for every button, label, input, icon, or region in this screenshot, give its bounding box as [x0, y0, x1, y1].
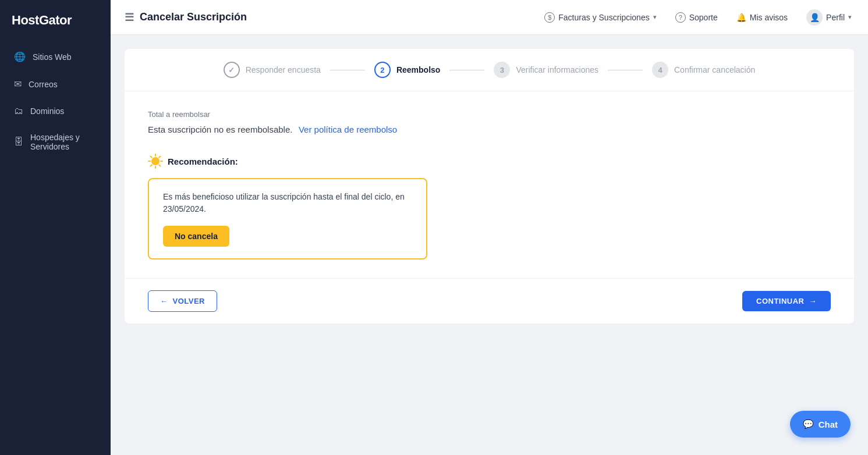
- no-cancel-button[interactable]: No cancela: [163, 226, 229, 247]
- folder-icon: 🗂: [14, 106, 23, 116]
- step-2: 2 Reembolso: [374, 62, 440, 78]
- svg-line-5: [151, 157, 152, 158]
- refund-policy-link[interactable]: Ver política de reembolso: [299, 125, 397, 134]
- sidebar-item-label: Hospedajes y Servidores: [30, 133, 97, 151]
- page-title-icon: ☰: [125, 11, 134, 24]
- step-3-label: Verificar informaciones: [516, 65, 598, 74]
- brand-logo: HostGator: [0, 0, 111, 44]
- page-title: Cancelar Suscripción: [140, 11, 247, 23]
- back-arrow-icon: ←: [160, 297, 168, 305]
- chat-button[interactable]: 💬 Chat: [790, 411, 851, 438]
- chat-icon: 💬: [803, 419, 814, 429]
- profile-chevron: ▾: [848, 13, 852, 21]
- sidebar-item-label: Sitios Web: [33, 52, 72, 62]
- svg-line-8: [151, 165, 152, 166]
- content-area: ✓ Responder encuesta 2 Reembolso 3 Verif…: [111, 35, 868, 455]
- steps-bar: ✓ Responder encuesta 2 Reembolso 3 Verif…: [125, 49, 854, 91]
- step-connector-3-4: [608, 70, 643, 70]
- bottom-actions: ← VOLVER CONTINUAR →: [125, 278, 854, 324]
- sun-icon-container: [148, 154, 163, 169]
- refund-section: Total a reembolsar Esta suscripción no e…: [125, 91, 854, 154]
- sidebar-item-label: Dominios: [30, 106, 64, 116]
- support-label: Soporte: [689, 13, 718, 22]
- step-2-circle: 2: [374, 62, 391, 78]
- step-4-label: Confirmar cancelación: [674, 65, 755, 74]
- continue-button[interactable]: CONTINUAR →: [742, 291, 831, 311]
- refund-non-refundable-text: Esta suscripción no es reembolsable.: [148, 125, 292, 134]
- step-1: ✓ Responder encuesta: [224, 62, 321, 78]
- support-icon: ?: [675, 12, 686, 23]
- sidebar-nav: 🌐 Sitios Web ✉ Correos 🗂 Dominios 🗄 Hosp…: [0, 44, 111, 158]
- svg-line-6: [159, 165, 160, 166]
- billing-menu[interactable]: $ Facturas y Suscripciones ▾: [542, 9, 658, 26]
- server-icon: 🗄: [14, 137, 23, 147]
- recommendation-header: Recomendación:: [148, 154, 831, 169]
- topnav-actions: $ Facturas y Suscripciones ▾ ? Soporte 🔔…: [542, 6, 854, 29]
- step-1-label: Responder encuesta: [246, 65, 321, 74]
- sidebar: HostGator 🌐 Sitios Web ✉ Correos 🗂 Domin…: [0, 0, 111, 455]
- step-3-circle: 3: [494, 62, 510, 78]
- chat-label: Chat: [819, 420, 838, 429]
- step-1-circle: ✓: [224, 62, 240, 78]
- step-connector-2-3: [449, 70, 484, 70]
- profile-menu[interactable]: 👤 Perfil ▾: [804, 6, 854, 29]
- step-4: 4 Confirmar cancelación: [652, 62, 755, 78]
- sidebar-item-correos[interactable]: ✉ Correos: [6, 72, 105, 97]
- bell-icon: 🔔: [736, 13, 746, 22]
- main-card: ✓ Responder encuesta 2 Reembolso 3 Verif…: [125, 49, 854, 324]
- globe-icon: 🌐: [14, 51, 26, 62]
- refund-section-title: Total a reembolsar: [148, 110, 831, 119]
- sidebar-item-sitios-web[interactable]: 🌐 Sitios Web: [6, 44, 105, 69]
- back-button-label: VOLVER: [173, 297, 206, 305]
- page-title-area: ☰ Cancelar Suscripción: [125, 11, 247, 24]
- step-connector-1-2: [330, 70, 365, 70]
- notifications-menu[interactable]: 🔔 Mis avisos: [734, 9, 790, 26]
- recommendation-section: Recomendación: Es más beneficioso utiliz…: [125, 154, 854, 278]
- step-4-circle: 4: [652, 62, 668, 78]
- billing-icon: $: [544, 12, 555, 23]
- billing-chevron: ▾: [653, 13, 657, 21]
- support-menu[interactable]: ? Soporte: [673, 9, 720, 26]
- continue-button-label: CONTINUAR: [756, 297, 805, 305]
- refund-row: Esta suscripción no es reembolsable. Ver…: [148, 125, 831, 135]
- main-area: ☰ Cancelar Suscripción $ Facturas y Susc…: [111, 0, 868, 455]
- notifications-label: Mis avisos: [750, 13, 788, 22]
- sidebar-item-hospedajes[interactable]: 🗄 Hospedajes y Servidores: [6, 126, 105, 158]
- recommendation-body-text: Es más beneficioso utilizar la suscripci…: [163, 191, 412, 215]
- profile-icon: 👤: [806, 9, 823, 26]
- continue-arrow-icon: →: [809, 297, 817, 305]
- sidebar-item-label: Correos: [29, 80, 58, 89]
- recommendation-box: Es más beneficioso utilizar la suscripci…: [148, 178, 427, 260]
- sun-icon: [148, 154, 163, 169]
- step-3: 3 Verificar informaciones: [494, 62, 598, 78]
- top-nav: ☰ Cancelar Suscripción $ Facturas y Susc…: [111, 0, 868, 35]
- svg-point-0: [151, 157, 160, 165]
- profile-label: Perfil: [826, 13, 845, 22]
- back-button[interactable]: ← VOLVER: [148, 290, 217, 312]
- billing-label: Facturas y Suscripciones: [558, 13, 649, 22]
- svg-line-7: [159, 157, 160, 158]
- recommendation-title: Recomendación:: [168, 157, 238, 166]
- sidebar-item-dominios[interactable]: 🗂 Dominios: [6, 99, 105, 123]
- step-2-label: Reembolso: [396, 65, 440, 74]
- mail-icon: ✉: [14, 79, 22, 90]
